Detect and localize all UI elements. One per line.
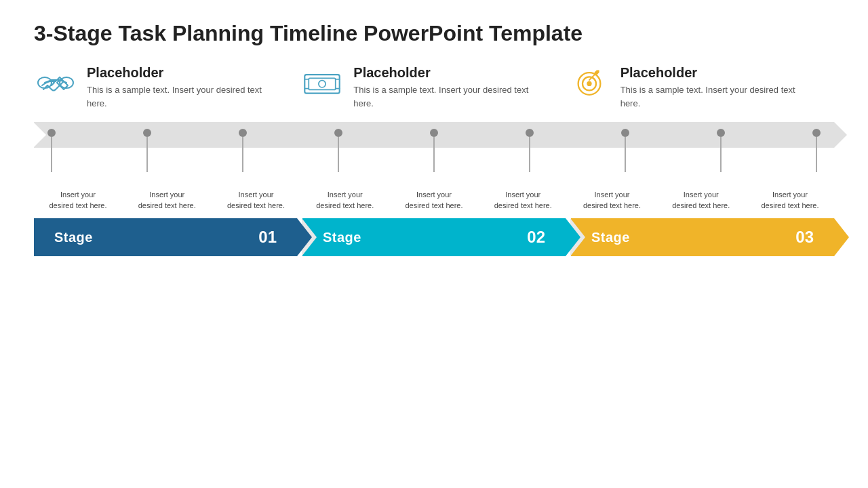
dot-label-4: Insert your desired text here. [403,190,465,211]
page: 3-Stage Task Planning Timeline PowerPoin… [0,0,868,488]
dot-2 [239,129,247,137]
dot-3 [334,129,342,137]
stage-1-label: Stage [54,230,93,245]
dot-label-2: Insert your desired text here. [226,190,287,211]
stage-2-number: 02 [527,228,545,247]
stage-1-number: 01 [258,228,277,247]
dot-line-6 [625,137,626,172]
stage-2: Stage 02 [302,218,566,256]
dot-4 [430,129,438,137]
dot-label-1: Insert your desired text here. [136,190,197,211]
placeholder-text-1: Placeholder This is a sample text. Inser… [87,65,280,110]
dot-item-3 [334,129,342,172]
placeholder-block-1: Placeholder This is a sample text. Inser… [34,65,300,110]
dot-line-2 [242,137,243,172]
placeholder-heading-1: Placeholder [87,65,280,81]
stage-2-label: Stage [323,230,361,245]
placeholder-body-3: This is a sample text. Insert your desir… [620,83,814,110]
target-icon [568,65,611,102]
placeholder-block-2: Placeholder This is a sample text. Inser… [300,65,567,110]
placeholder-heading-3: Placeholder [620,65,814,81]
dot-8 [812,129,821,137]
money-icon [300,65,344,102]
stages-section: Stage 01 Stage 02 Stage 03 [34,218,834,256]
svg-point-4 [319,81,326,87]
dot-item-0 [47,129,56,172]
dot-5 [526,129,534,137]
dot-item-5 [526,129,534,172]
dot-item-2 [239,129,247,172]
dot-label-7: Insert your desired text here. [671,190,732,211]
dot-6 [621,129,629,137]
dot-line-3 [338,137,339,172]
dot-label-3: Insert your desired text here. [315,190,376,211]
dot-line-1 [146,137,148,172]
dot-line-4 [433,137,435,172]
dot-line-8 [816,137,817,172]
top-section: Placeholder This is a sample text. Inser… [34,65,834,110]
timeline-dots-row [47,129,821,172]
dot-label-8: Insert your desired text here. [760,190,821,211]
dot-line-0 [51,137,52,172]
svg-rect-3 [309,79,336,90]
dot-1 [143,129,151,137]
dot-item-4 [430,129,438,172]
placeholder-body-1: This is a sample text. Insert your desir… [87,83,280,110]
placeholder-text-2: Placeholder This is a sample text. Inser… [353,65,547,110]
svg-rect-2 [305,75,340,94]
svg-point-7 [587,81,591,86]
dot-item-6 [621,129,629,172]
dot-labels-section: Insert your desired text here.Insert you… [34,190,834,211]
dot-item-7 [717,129,725,172]
stage-3: Stage 03 [571,218,834,256]
placeholder-block-3: Placeholder This is a sample text. Inser… [568,65,834,110]
placeholder-body-2: This is a sample text. Insert your desir… [353,83,547,110]
stage-3-label: Stage [591,230,630,245]
dot-0 [47,129,56,137]
stage-1: Stage 01 [34,218,297,256]
placeholder-heading-2: Placeholder [353,65,547,81]
page-title: 3-Stage Task Planning Timeline PowerPoin… [34,20,834,46]
dot-label-0: Insert your desired text here. [47,190,108,211]
dot-line-7 [720,137,722,172]
timeline-wrapper [34,122,834,148]
dot-label-6: Insert your desired text here. [582,190,643,211]
stage-3-number: 03 [795,228,814,247]
handshake-icon [34,65,77,102]
dot-item-8 [812,129,821,172]
placeholder-text-3: Placeholder This is a sample text. Inser… [620,65,814,110]
dot-line-5 [529,137,530,172]
dot-item-1 [143,129,151,172]
dot-label-5: Insert your desired text here. [492,190,553,211]
dot-7 [717,129,725,137]
